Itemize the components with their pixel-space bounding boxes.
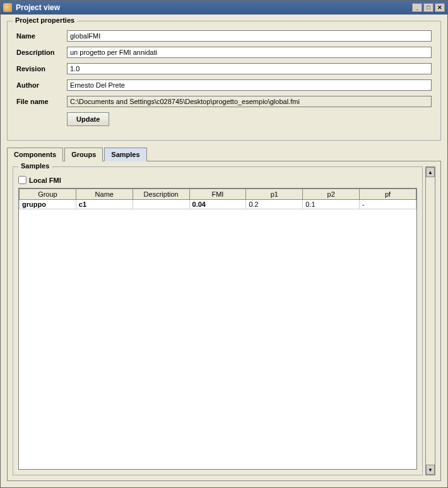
project-properties-fieldset: Project properties Name Description Revi…: [7, 21, 441, 141]
window-title: Project view: [16, 3, 412, 12]
minimize-button[interactable]: _: [412, 3, 422, 12]
samples-fieldset: Samples Local FMI Group Name Description: [13, 166, 423, 475]
tab-samples[interactable]: Samples: [104, 148, 146, 161]
close-button[interactable]: ✕: [435, 3, 445, 12]
maximize-button[interactable]: □: [423, 3, 433, 12]
titlebar: Project view _ □ ✕: [1, 1, 447, 15]
java-icon: [3, 3, 12, 12]
cell-name[interactable]: c1: [76, 200, 133, 209]
description-label: Description: [16, 49, 67, 56]
table-empty-area: [19, 209, 416, 449]
local-fmi-label: Local FMI: [29, 177, 61, 184]
author-input[interactable]: [67, 79, 432, 91]
samples-legend: Samples: [18, 162, 52, 170]
col-pf[interactable]: pf: [360, 189, 416, 200]
cell-group[interactable]: gruppo: [20, 200, 76, 209]
window-controls: _ □ ✕: [412, 3, 445, 12]
col-p2[interactable]: p2: [303, 189, 360, 200]
scroll-up-icon[interactable]: ▲: [426, 167, 435, 177]
cell-p1[interactable]: 0.2: [246, 200, 303, 209]
filename-input: [67, 96, 432, 107]
tab-components[interactable]: Components: [7, 148, 63, 161]
col-name[interactable]: Name: [76, 189, 133, 200]
cell-pf[interactable]: -: [360, 200, 416, 209]
local-fmi-checkbox[interactable]: [18, 176, 27, 184]
samples-table: Group Name Description FMI p1 p2 pf: [19, 189, 416, 209]
revision-input[interactable]: [67, 63, 432, 74]
cell-fmi[interactable]: 0.04: [189, 200, 246, 209]
col-fmi[interactable]: FMI: [189, 189, 246, 200]
author-label: Author: [16, 81, 67, 89]
description-input[interactable]: [67, 47, 432, 58]
name-input[interactable]: [67, 30, 432, 42]
cell-p2[interactable]: 0.1: [303, 200, 360, 209]
samples-table-wrap: Group Name Description FMI p1 p2 pf: [18, 188, 417, 470]
tabs-row: Components Groups Samples: [7, 147, 441, 161]
table-row[interactable]: gruppo c1 0.04 0.2 0.1 -: [20, 200, 416, 209]
revision-label: Revision: [16, 65, 67, 73]
vertical-scrollbar[interactable]: ▲ ▼: [425, 166, 435, 475]
name-label: Name: [16, 32, 67, 40]
tab-content: Samples Local FMI Group Name Description: [7, 161, 441, 481]
scroll-down-icon[interactable]: ▼: [426, 465, 435, 475]
col-p1[interactable]: p1: [246, 189, 303, 200]
project-properties-legend: Project properties: [13, 16, 77, 24]
col-group[interactable]: Group: [20, 189, 76, 200]
tab-groups[interactable]: Groups: [64, 148, 103, 161]
content-area: Project properties Name Description Revi…: [1, 15, 447, 487]
update-button[interactable]: Update: [67, 112, 109, 126]
cell-description[interactable]: [133, 200, 189, 209]
filename-label: File name: [16, 98, 67, 105]
project-view-window: Project view _ □ ✕ Project properties Na…: [0, 0, 448, 488]
col-description[interactable]: Description: [133, 189, 189, 200]
